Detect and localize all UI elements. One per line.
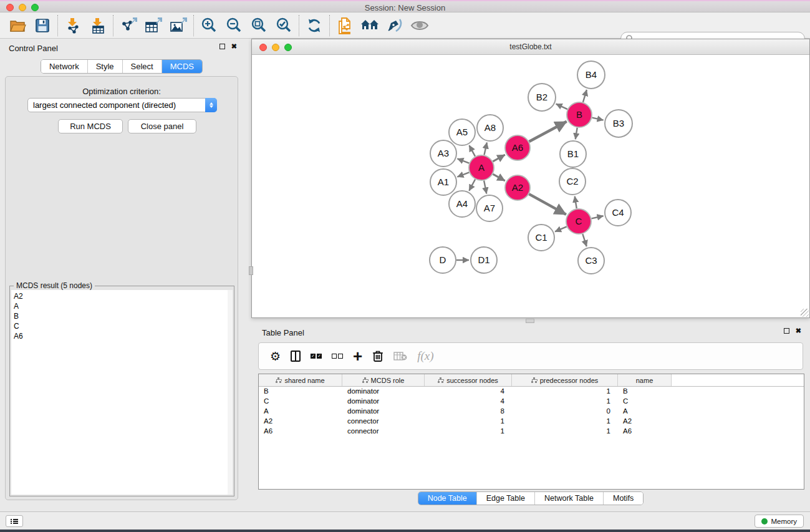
zoom-fit-icon[interactable] xyxy=(246,14,271,37)
delete-row-icon[interactable] xyxy=(372,347,383,365)
add-row-icon[interactable]: + xyxy=(353,347,362,365)
delete-table-icon[interactable] xyxy=(393,347,407,365)
run-mcds-button[interactable]: Run MCDS xyxy=(58,119,123,133)
graph-node-label-B: B xyxy=(576,109,582,120)
graph-edge-A-A6[interactable] xyxy=(493,155,504,162)
tab-edge-table[interactable]: Edge Table xyxy=(476,492,534,505)
horizontal-splitter-handle[interactable] xyxy=(526,319,534,323)
float-panel-icon[interactable] xyxy=(219,44,225,49)
graph-node-label-C: C xyxy=(576,216,582,226)
result-item[interactable]: A6 xyxy=(14,331,228,341)
table-row[interactable]: Adominator80A xyxy=(259,407,804,417)
result-item[interactable]: C xyxy=(14,321,228,331)
graph-edge-C-C3[interactable] xyxy=(582,234,586,246)
tab-network-table[interactable]: Network Table xyxy=(534,492,603,505)
graph-edge-A-A8[interactable] xyxy=(484,142,486,155)
window-resize-grip[interactable] xyxy=(801,309,809,317)
column-header-successor-nodes[interactable]: successor nodes xyxy=(425,374,512,386)
export-image-icon[interactable] xyxy=(166,14,191,37)
table-body: Bdominator41BCdominator41CAdominator80AA… xyxy=(259,387,804,437)
network-window-titlebar[interactable]: testGlobe.txt xyxy=(252,39,809,55)
title-bar: Session: New Session xyxy=(0,0,810,12)
graph-edge-B-B4[interactable] xyxy=(583,90,587,102)
graph-edge-A-A7[interactable] xyxy=(484,181,486,194)
graph-edge-A-A5[interactable] xyxy=(469,145,475,156)
graph-edge-A2-C[interactable] xyxy=(529,194,566,215)
open-file-icon[interactable] xyxy=(5,14,30,37)
result-item[interactable]: B xyxy=(14,311,228,321)
window-title: Session: New Session xyxy=(0,3,810,12)
toolbar-separator xyxy=(57,15,58,36)
tab-motifs[interactable]: Motifs xyxy=(603,492,643,505)
graph-node-label-C2: C2 xyxy=(566,176,578,186)
graphics-details-icon[interactable] xyxy=(382,14,407,37)
table-row[interactable]: A6connector11A6 xyxy=(259,427,804,437)
show-hide-icon[interactable] xyxy=(407,14,432,37)
function-builder-icon[interactable]: f(x) xyxy=(417,347,433,365)
node-table[interactable]: shared nameMCDS rolesuccessor nodesprede… xyxy=(258,374,804,490)
graph-edge-A-A3[interactable] xyxy=(457,158,469,163)
table-toolbar: ⚙ ✓✓ + f(x) xyxy=(258,342,803,370)
table-settings-icon[interactable]: ⚙ xyxy=(270,347,281,365)
graph-edge-C-C2[interactable] xyxy=(575,196,577,209)
import-table-icon[interactable] xyxy=(85,14,110,37)
close-table-panel-icon[interactable]: ✖ xyxy=(796,328,801,334)
close-panel-button[interactable]: Close panel xyxy=(128,119,196,133)
toolbar-separator xyxy=(299,15,299,36)
select-all-icon[interactable]: ✓✓ xyxy=(311,347,322,365)
export-table-icon[interactable] xyxy=(141,14,166,37)
close-panel-icon[interactable]: ✖ xyxy=(231,44,237,49)
zoom-in-icon[interactable] xyxy=(196,14,221,37)
result-item[interactable]: A xyxy=(14,301,228,311)
save-session-icon[interactable] xyxy=(30,14,55,37)
graph-edge-A-A4[interactable] xyxy=(469,180,475,191)
network-canvas[interactable]: B4B2BB3A5A8A6A3B1AA1C2A2A4A7C4CC1C3DD1 xyxy=(252,55,809,317)
graph-node-label-A1: A1 xyxy=(438,177,449,187)
tab-style[interactable]: Style xyxy=(87,60,122,73)
import-network-icon[interactable] xyxy=(60,14,85,37)
column-header-predecessor-nodes[interactable]: predecessor nodes xyxy=(512,374,618,386)
mcds-result-list[interactable]: A2ABCA6 xyxy=(11,290,228,495)
table-panel-tabs: Node TableEdge TableNetwork TableMotifs xyxy=(251,491,810,505)
table-row[interactable]: Bdominator41B xyxy=(259,387,804,397)
main-toolbar xyxy=(0,12,810,39)
result-scrollbar[interactable] xyxy=(228,290,233,495)
select-stepper-icon xyxy=(205,98,217,112)
browser-home-icon[interactable] xyxy=(357,14,382,37)
zoom-selected-icon[interactable] xyxy=(271,14,296,37)
tab-node-table[interactable]: Node Table xyxy=(418,492,476,505)
column-header-MCDS-role[interactable]: MCDS role xyxy=(342,374,425,386)
column-selector-icon[interactable] xyxy=(291,347,301,365)
hierarchy-icon xyxy=(362,377,368,383)
tab-network[interactable]: Network xyxy=(41,60,87,73)
vertical-splitter-handle[interactable] xyxy=(249,266,253,275)
graph-edge-B-B1[interactable] xyxy=(576,128,577,140)
graph-edge-A-A1[interactable] xyxy=(457,172,469,177)
deselect-all-icon[interactable] xyxy=(332,347,343,365)
table-row[interactable]: Cdominator41C xyxy=(259,397,804,407)
float-table-panel-icon[interactable] xyxy=(784,328,789,334)
optimization-criterion-label: Optimization criterion: xyxy=(6,87,238,96)
task-history-button[interactable] xyxy=(6,515,23,527)
table-row[interactable]: A2connector11A2 xyxy=(259,417,804,427)
result-item[interactable]: A2 xyxy=(14,291,228,301)
graph-edge-A6-B[interactable] xyxy=(529,122,567,142)
graph-edge-B-B2[interactable] xyxy=(556,104,567,110)
memory-button[interactable]: Memory xyxy=(755,515,804,528)
refresh-view-icon[interactable] xyxy=(302,14,327,37)
graph-edge-A-A2[interactable] xyxy=(493,174,504,181)
column-header-shared-name[interactable]: shared name xyxy=(259,374,342,386)
desktop-edge xyxy=(0,530,810,532)
first-neighbors-icon[interactable] xyxy=(332,14,357,37)
optimization-criterion-select[interactable]: largest connected component (directed) xyxy=(27,98,217,112)
mcds-result-title: MCDS result (5 nodes) xyxy=(14,281,95,290)
graph-edge-B-B3[interactable] xyxy=(592,118,603,120)
zoom-out-icon[interactable] xyxy=(221,14,246,37)
column-header-name[interactable]: name xyxy=(618,374,672,386)
graph-edge-C-C1[interactable] xyxy=(555,226,567,231)
tab-select[interactable]: Select xyxy=(122,60,162,73)
tab-mcds[interactable]: MCDS xyxy=(162,60,202,73)
graph-edge-C-C4[interactable] xyxy=(591,216,603,218)
graph-node-label-A6: A6 xyxy=(512,142,523,153)
export-network-icon[interactable] xyxy=(116,14,141,37)
